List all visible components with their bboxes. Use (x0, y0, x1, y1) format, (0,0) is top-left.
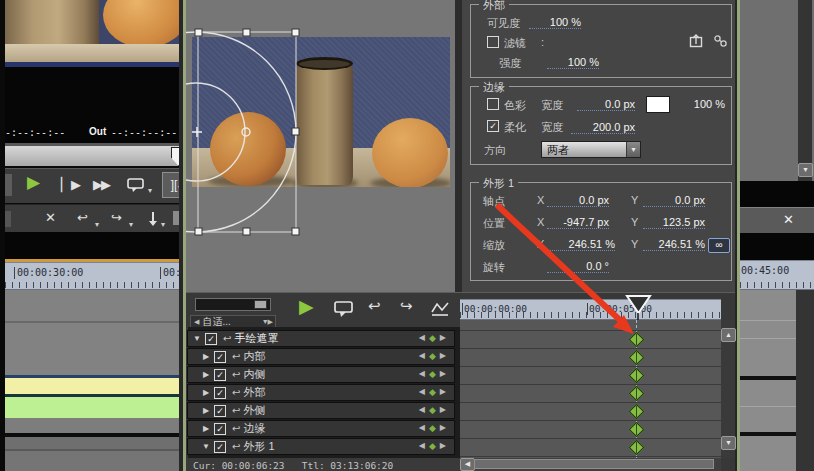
add-keyframe-icon[interactable]: ◆ (429, 405, 436, 415)
frame-step-icon[interactable]: ▏▶ (61, 175, 81, 195)
timeline-zoom-slider[interactable] (195, 298, 271, 311)
audio-track[interactable] (5, 437, 183, 449)
filter-checkbox[interactable] (487, 36, 499, 48)
track-row-outer[interactable]: ▶ ✓ ↩ 外部 ◀◆▶ (187, 384, 455, 401)
transport-partial-button[interactable] (5, 174, 12, 196)
track-row-shape1[interactable]: ▼ ✓ ↩ 外形 1 ◀◆▶ (187, 438, 455, 455)
close-icon[interactable]: ✕ (783, 212, 794, 227)
next-keyframe-icon[interactable]: ▶ (440, 333, 446, 343)
mask-shape-overlay[interactable] (186, 0, 455, 292)
combo-prev-icon[interactable]: ◀ (191, 318, 202, 326)
position-x-value[interactable]: -947.7 px (547, 216, 609, 229)
next-keyframe-icon[interactable]: ▶ (440, 387, 446, 397)
soften-checkbox[interactable]: ✓ (487, 120, 499, 132)
reset-icon[interactable]: ↩ (223, 333, 231, 344)
yellow-clip-track[interactable] (5, 378, 183, 394)
filter-load-icon[interactable] (689, 34, 704, 48)
color-opacity-value[interactable]: 100 % (681, 98, 725, 111)
prev-keyframe-icon[interactable]: ◀ (419, 441, 425, 451)
anchor-y-value[interactable]: 0.0 px (643, 194, 705, 207)
kf-undo-icon[interactable]: ↩ (368, 297, 381, 315)
reset-icon[interactable]: ↩ (232, 351, 240, 362)
expand-icon[interactable]: ▼ (192, 334, 202, 343)
combo-next-icon[interactable]: ▼▶ (259, 318, 275, 326)
prev-keyframe-icon[interactable]: ◀ (419, 369, 425, 379)
next-keyframe-icon[interactable]: ▶ (440, 405, 446, 415)
expand-icon[interactable]: ▶ (201, 388, 211, 397)
kf-horizontal-scrollbar[interactable]: ◀ (460, 458, 721, 471)
track-row-edge[interactable]: ▶ ✓ ↩ 边缘 ◀◆▶ (187, 420, 455, 437)
reset-icon[interactable]: ↩ (232, 423, 240, 434)
kf-playhead[interactable] (460, 294, 721, 321)
track-checkbox[interactable]: ✓ (214, 387, 226, 399)
track-checkbox[interactable]: ✓ (214, 369, 226, 381)
dropdown-arrow-icon[interactable]: ▼ (626, 142, 640, 157)
track-row-inner[interactable]: ▶ ✓ ↩ 内部 ◀◆▶ (187, 348, 455, 365)
expand-icon[interactable]: ▶ (201, 406, 211, 415)
kf-redo-icon[interactable]: ↪ (400, 297, 413, 315)
track-checkbox[interactable]: ✓ (214, 441, 226, 453)
green-clip-track[interactable] (5, 397, 183, 418)
delete-icon[interactable]: ✕ (45, 208, 56, 228)
add-keyframe-icon[interactable]: ◆ (429, 333, 436, 343)
next-keyframe-icon[interactable]: ▶ (440, 369, 446, 379)
kf-scroll-down[interactable]: ▼ (721, 436, 736, 450)
next-keyframe-icon[interactable]: ▶ (440, 441, 446, 451)
keyframe-diamond[interactable] (629, 332, 645, 348)
track-checkbox[interactable]: ✓ (214, 351, 226, 363)
bin-scrollbar[interactable]: ▼ (798, 0, 812, 181)
main-timeline-ruler-left[interactable]: 00:00:30:00 00:0 (5, 262, 183, 290)
play-icon[interactable]: ▶ (27, 173, 40, 193)
comment-bubble-icon[interactable] (127, 178, 144, 193)
razor-icon[interactable] (147, 211, 159, 227)
undo-icon[interactable]: ↩ (77, 208, 88, 228)
anchor-x-value[interactable]: 0.0 px (547, 194, 609, 207)
scale-y-value[interactable]: 246.51 % (643, 238, 705, 251)
color-width-value[interactable]: 0.0 px (577, 98, 635, 111)
add-keyframe-icon[interactable]: ◆ (429, 423, 436, 433)
direction-dropdown[interactable]: 两者 ▼ (541, 141, 641, 158)
reset-icon[interactable]: ↩ (232, 387, 240, 398)
add-keyframe-icon[interactable]: ◆ (429, 369, 436, 379)
scale-link-icon[interactable]: ∞ (708, 238, 730, 253)
expand-icon[interactable]: ▶ (201, 370, 211, 379)
kf-comment-icon[interactable] (334, 301, 353, 318)
reset-icon[interactable]: ↩ (232, 441, 240, 452)
keyframe-ruler[interactable]: 00:00:00:00 00:00:05:00 (460, 299, 721, 320)
kf-curve-icon[interactable] (430, 301, 450, 317)
expand-icon[interactable]: ▶ (201, 352, 211, 361)
next-keyframe-icon[interactable]: ▶ (440, 423, 446, 433)
keyframe-diamond[interactable] (629, 386, 645, 402)
kf-vertical-scrollbar[interactable]: ▲ ▼ (721, 320, 735, 458)
track-row-mask[interactable]: ▼ ✓ ↩ 手绘遮罩 ◀◆▶ (187, 330, 455, 347)
kf-hscroll-thumb[interactable] (474, 459, 714, 469)
keyframe-diamond[interactable] (629, 404, 645, 420)
bubble-dropdown-icon[interactable]: ▾ (148, 181, 152, 201)
visibility-value[interactable]: 100 % (529, 16, 581, 29)
track-checkbox[interactable]: ✓ (214, 405, 226, 417)
kf-play-icon[interactable]: ▶ (299, 295, 314, 318)
keyframe-diamond[interactable] (629, 350, 645, 366)
kf-scroll-up[interactable]: ▲ (721, 328, 736, 342)
track-checkbox[interactable]: ✓ (205, 333, 217, 345)
next-keyframe-icon[interactable]: ▶ (440, 351, 446, 361)
edge-color-swatch[interactable] (646, 96, 670, 113)
rotation-value[interactable]: 0.0 ° (547, 260, 609, 273)
prev-keyframe-icon[interactable]: ◀ (419, 351, 425, 361)
add-keyframe-icon[interactable]: ◆ (429, 387, 436, 397)
kf-scroll-left[interactable]: ◀ (460, 458, 475, 471)
strength-value[interactable]: 100 % (547, 56, 599, 69)
prev-keyframe-icon[interactable]: ◀ (419, 333, 425, 343)
track-row-outer-side[interactable]: ▶ ✓ ↩ 外侧 ◀◆▶ (187, 402, 455, 419)
prev-keyframe-icon[interactable]: ◀ (419, 405, 425, 415)
expand-icon[interactable]: ▶ (201, 424, 211, 433)
player-scrubber[interactable] (5, 143, 179, 166)
add-keyframe-icon[interactable]: ◆ (429, 441, 436, 451)
prev-keyframe-icon[interactable]: ◀ (419, 387, 425, 397)
soften-width-value[interactable]: 200.0 px (571, 121, 635, 134)
reset-icon[interactable]: ↩ (232, 405, 240, 416)
track-row-inner-side[interactable]: ▶ ✓ ↩ 内侧 ◀◆▶ (187, 366, 455, 383)
track-checkbox[interactable]: ✓ (214, 423, 226, 435)
filter-group-icon[interactable] (713, 34, 728, 48)
redo-icon[interactable]: ↪ (111, 208, 122, 228)
